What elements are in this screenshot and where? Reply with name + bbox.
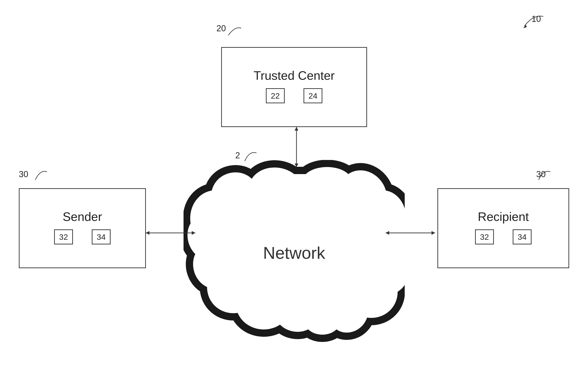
recipient-box: Recipient 32 34	[437, 188, 569, 268]
recipient-sub2: 34	[513, 229, 532, 244]
recipient-sub-boxes: 32 34	[475, 229, 532, 244]
svg-marker-2	[294, 127, 298, 131]
sender-label: Sender	[63, 210, 102, 224]
trusted-center-sub1: 22	[266, 88, 285, 103]
ref-10-arrow	[503, 12, 550, 35]
ref-recipient-arrow	[517, 167, 555, 188]
svg-marker-10	[431, 231, 435, 235]
ref-20-arrow	[205, 22, 247, 46]
recipient-label: Recipient	[478, 210, 529, 224]
sender-sub-boxes: 32 34	[54, 229, 111, 244]
trusted-center-label: Trusted Center	[254, 68, 335, 83]
svg-marker-7	[192, 231, 195, 235]
sender-sub1: 32	[54, 229, 73, 244]
trusted-center-sub2: 24	[304, 88, 322, 103]
network-cloud: Network	[184, 160, 405, 344]
svg-text:Network: Network	[263, 243, 326, 262]
svg-marker-9	[386, 231, 389, 235]
ref-sender-arrow	[14, 167, 52, 188]
sender-sub2: 34	[92, 229, 111, 244]
trusted-center-sub-boxes: 22 24	[266, 88, 322, 103]
diagram: 10 20 Trusted Center 22 24 2	[0, 0, 588, 375]
sender-box: Sender 32 34	[19, 188, 146, 268]
sender-network-arrow	[146, 226, 198, 240]
network-recipient-arrow	[386, 226, 437, 240]
trusted-center-box: Trusted Center 22 24	[221, 47, 367, 127]
recipient-sub1: 32	[475, 229, 494, 244]
svg-marker-6	[146, 231, 149, 235]
